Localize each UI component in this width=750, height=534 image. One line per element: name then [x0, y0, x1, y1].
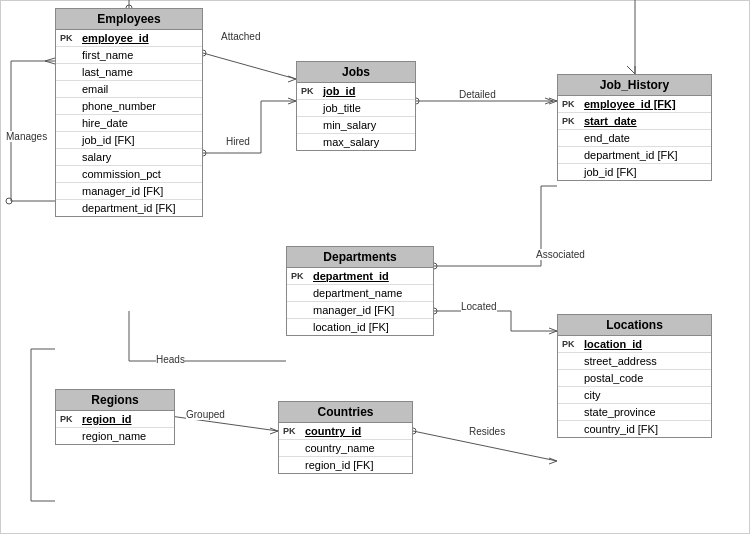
field-name: manager_id [FK]	[313, 304, 394, 316]
svg-line-19	[549, 101, 557, 104]
table-row: department_name	[287, 285, 433, 302]
svg-line-6	[203, 53, 296, 79]
field-name: job_id [FK]	[584, 166, 637, 178]
table-header-locations: Locations	[558, 315, 711, 336]
table-row: department_id [FK]	[558, 147, 711, 164]
pk-label: PK	[562, 339, 580, 349]
field-name: region_id [FK]	[305, 459, 373, 471]
field-name: postal_code	[584, 372, 643, 384]
table-header-employees: Employees	[56, 9, 202, 30]
svg-line-47	[270, 431, 278, 434]
table-employees: EmployeesPKemployee_idfirst_namelast_nam…	[55, 8, 203, 217]
table-row: region_name	[56, 428, 174, 444]
table-row: PKemployee_id	[56, 30, 202, 47]
table-row: PKdepartment_id	[287, 268, 433, 285]
pk-label: PK	[283, 426, 301, 436]
field-name: country_id [FK]	[584, 423, 658, 435]
svg-line-46	[270, 428, 278, 431]
table-row: salary	[56, 149, 202, 166]
table-row: city	[558, 387, 711, 404]
table-body-employees: PKemployee_idfirst_namelast_nameemailpho…	[56, 30, 202, 216]
field-name: location_id	[584, 338, 642, 350]
table-row: job_title	[297, 100, 415, 117]
table-row: PKregion_id	[56, 411, 174, 428]
field-name: city	[584, 389, 601, 401]
svg-line-42	[549, 328, 557, 331]
relationship-label: Hired	[226, 136, 250, 147]
table-body-regions: PKregion_idregion_name	[56, 411, 174, 444]
table-body-jobs: PKjob_idjob_titlemin_salarymax_salary	[297, 83, 415, 150]
table-row: PKcountry_id	[279, 423, 412, 440]
pk-label: PK	[291, 271, 309, 281]
field-name: first_name	[82, 49, 133, 61]
table-row: PKstart_date	[558, 113, 711, 130]
table-row: region_id [FK]	[279, 457, 412, 473]
table-departments: DepartmentsPKdepartment_iddepartment_nam…	[286, 246, 434, 336]
relationship-label: Located	[461, 301, 497, 312]
svg-line-20	[545, 98, 553, 101]
pk-label: PK	[301, 86, 319, 96]
field-name: job_id [FK]	[82, 134, 135, 146]
table-row: street_address	[558, 353, 711, 370]
field-name: street_address	[584, 355, 657, 367]
field-name: department_id [FK]	[82, 202, 176, 214]
svg-line-9	[288, 79, 296, 82]
relationship-label: Associated	[536, 249, 585, 260]
table-locations: LocationsPKlocation_idstreet_addresspost…	[557, 314, 712, 438]
svg-line-26	[627, 66, 635, 74]
table-row: commission_pct	[56, 166, 202, 183]
field-name: region_id	[82, 413, 132, 425]
pk-label: PK	[60, 414, 78, 424]
field-name: max_salary	[323, 136, 379, 148]
table-header-countries: Countries	[279, 402, 412, 423]
pk-label: PK	[562, 99, 580, 109]
field-name: email	[82, 83, 108, 95]
svg-line-21	[545, 101, 553, 104]
field-name: country_id	[305, 425, 361, 437]
svg-line-43	[549, 331, 557, 334]
table-jobs: JobsPKjob_idjob_titlemin_salarymax_salar…	[296, 61, 416, 151]
table-row: location_id [FK]	[287, 319, 433, 335]
table-row: hire_date	[56, 115, 202, 132]
svg-line-4	[45, 61, 55, 64]
field-name: end_date	[584, 132, 630, 144]
field-name: state_province	[584, 406, 656, 418]
field-name: department_id [FK]	[584, 149, 678, 161]
table-row: max_salary	[297, 134, 415, 150]
field-name: country_name	[305, 442, 375, 454]
field-name: hire_date	[82, 117, 128, 129]
svg-line-14	[288, 98, 296, 101]
svg-line-18	[549, 98, 557, 101]
table-row: end_date	[558, 130, 711, 147]
svg-point-5	[6, 198, 12, 204]
field-name: location_id [FK]	[313, 321, 389, 333]
table-row: email	[56, 81, 202, 98]
field-name: last_name	[82, 66, 133, 78]
field-name: commission_pct	[82, 168, 161, 180]
relationship-label: Detailed	[459, 89, 496, 100]
field-name: job_id	[323, 85, 355, 97]
table-row: first_name	[56, 47, 202, 64]
table-row: job_id [FK]	[56, 132, 202, 149]
table-body-job_history: PKemployee_id [FK]PKstart_dateend_datede…	[558, 96, 711, 180]
svg-line-3	[45, 58, 55, 61]
table-row: phone_number	[56, 98, 202, 115]
field-name: min_salary	[323, 119, 376, 131]
table-row: min_salary	[297, 117, 415, 134]
field-name: region_name	[82, 430, 146, 442]
field-name: salary	[82, 151, 111, 163]
table-header-jobs: Jobs	[297, 62, 415, 83]
field-name: department_name	[313, 287, 402, 299]
field-name: job_title	[323, 102, 361, 114]
field-name: employee_id	[82, 32, 149, 44]
pk-label: PK	[60, 33, 78, 43]
field-name: start_date	[584, 115, 637, 127]
table-row: postal_code	[558, 370, 711, 387]
field-name: department_id	[313, 270, 389, 282]
table-row: country_name	[279, 440, 412, 457]
field-name: phone_number	[82, 100, 156, 112]
table-row: last_name	[56, 64, 202, 81]
relationship-label: Resides	[469, 426, 505, 437]
svg-line-51	[549, 461, 557, 464]
table-row: department_id [FK]	[56, 200, 202, 216]
